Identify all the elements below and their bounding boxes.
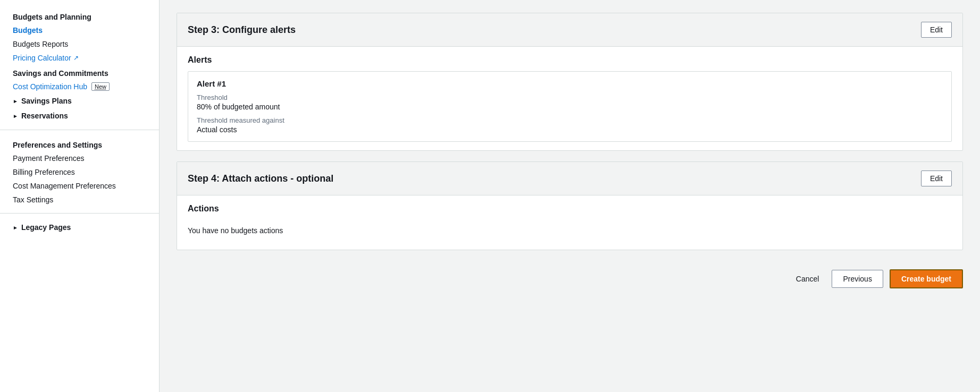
step3-card: Step 3: Configure alerts Edit Alerts Ale… [177,13,963,151]
step3-body: Alerts Alert #1 Threshold 80% of budgete… [177,47,962,150]
step4-title: Step 4: Attach actions - optional [188,173,333,184]
alert1-box: Alert #1 Threshold 80% of budgeted amoun… [188,71,952,142]
step4-body: Actions You have no budgets actions [177,195,962,250]
sidebar-item-pricing-calculator[interactable]: Pricing Calculator ↗ [0,51,159,65]
savings-plans-label: Savings Plans [21,97,72,105]
step4-header: Step 4: Attach actions - optional Edit [177,162,962,195]
step3-title: Step 3: Configure alerts [188,24,296,36]
sidebar-section-preferences: Preferences and Settings [0,137,159,151]
sidebar-divider-1 [0,130,159,130]
measured-against-value: Actual costs [197,125,943,134]
sidebar: Budgets and Planning Budgets Budgets Rep… [0,0,160,392]
step4-edit-button[interactable]: Edit [921,171,952,186]
create-budget-button[interactable]: Create budget [890,269,963,288]
sidebar-item-legacy-pages[interactable]: ► Legacy Pages [0,220,159,235]
reservations-label: Reservations [21,112,68,120]
sidebar-item-tax-settings[interactable]: Tax Settings [0,193,159,207]
sidebar-item-savings-plans[interactable]: ► Savings Plans [0,93,159,108]
sidebar-item-budgets[interactable]: Budgets [0,23,159,37]
sidebar-item-cost-optimization-hub[interactable]: Cost Optimization Hub New [0,80,159,93]
sidebar-section-savings: Savings and Commitments [0,65,159,80]
step4-card: Step 4: Attach actions - optional Edit A… [177,161,963,250]
alert1-title: Alert #1 [197,79,943,88]
alerts-heading: Alerts [188,55,952,65]
step3-edit-button[interactable]: Edit [921,22,952,38]
sidebar-divider-2 [0,213,159,214]
previous-button[interactable]: Previous [832,270,883,288]
main-content: Step 3: Configure alerts Edit Alerts Ale… [160,0,980,392]
no-actions-message: You have no budgets actions [188,220,952,241]
pricing-calculator-label: Pricing Calculator [13,54,71,62]
sidebar-section-budgets-planning: Budgets and Planning [0,8,159,23]
legacy-pages-arrow-icon: ► [13,225,18,231]
new-badge: New [91,82,110,91]
sidebar-item-budgets-reports[interactable]: Budgets Reports [0,37,159,51]
sidebar-item-billing-preferences[interactable]: Billing Preferences [0,165,159,179]
footer-actions: Cancel Previous Create budget [177,261,963,293]
actions-heading: Actions [188,204,952,214]
step3-header: Step 3: Configure alerts Edit [177,13,962,47]
threshold-label: Threshold [197,93,943,101]
external-link-icon: ↗ [73,54,79,62]
threshold-value: 80% of budgeted amount [197,103,943,111]
savings-plans-arrow-icon: ► [13,98,18,104]
sidebar-item-cost-management-preferences[interactable]: Cost Management Preferences [0,179,159,193]
legacy-pages-label: Legacy Pages [21,223,71,232]
cancel-button[interactable]: Cancel [790,270,826,287]
sidebar-item-payment-preferences[interactable]: Payment Preferences [0,151,159,165]
measured-against-label: Threshold measured against [197,116,943,124]
reservations-arrow-icon: ► [13,113,18,119]
cost-optimization-hub-label: Cost Optimization Hub [13,82,87,91]
sidebar-item-reservations[interactable]: ► Reservations [0,108,159,123]
